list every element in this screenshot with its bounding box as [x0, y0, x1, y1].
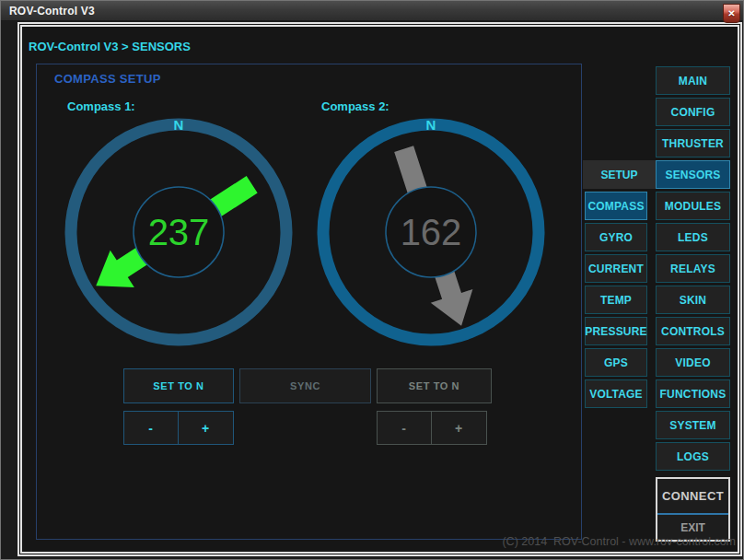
sidebar-item-config[interactable]: CONFIG	[656, 98, 730, 126]
sidebar-item-controls[interactable]: CONTROLS	[656, 317, 730, 345]
close-button[interactable]: ✕	[723, 4, 740, 23]
compass1-set-to-n-button[interactable]: SET TO N	[123, 368, 234, 403]
compass2-heading-value: 162	[401, 212, 462, 252]
compass2-north-marker: N	[426, 117, 436, 133]
sidebar-item-temp[interactable]: TEMP	[585, 286, 647, 314]
copyright-text: (C) 2014 ROV-Control - www.rov-control.c…	[502, 535, 736, 548]
compass1-plus-button[interactable]: +	[178, 411, 234, 445]
connection-box: CONNECT EXIT	[656, 477, 730, 542]
app-window: ROV-Control V3 ✕ ROV-Control V3 > SENSOR…	[0, 0, 744, 560]
connect-button[interactable]: CONNECT	[657, 479, 728, 513]
sync-button[interactable]: SYNC	[239, 368, 371, 403]
sidebar-item-compass[interactable]: COMPASS	[585, 192, 647, 220]
sidebar-item-leds[interactable]: LEDS	[656, 223, 730, 251]
window-title: ROV-Control V3	[9, 1, 95, 21]
sidebar-item-relays[interactable]: RELAYS	[656, 254, 730, 283]
sidebar-item-gyro[interactable]: GYRO	[585, 223, 647, 251]
panel-title: COMPASS SETUP	[54, 72, 161, 86]
compass2-dial: 162 N	[307, 108, 555, 356]
title-bar[interactable]: ROV-Control V3	[1, 1, 743, 21]
compass2-minus-button[interactable]: -	[377, 411, 432, 445]
compass2-set-to-n-button[interactable]: SET TO N	[377, 368, 492, 403]
client-area: ROV-Control V3 > SENSORS COMPASS SETUP C…	[17, 22, 742, 556]
compass2-plus-button[interactable]: +	[431, 411, 487, 445]
sidebar-item-skin[interactable]: SKIN	[656, 286, 730, 314]
sidebar-item-logs[interactable]: LOGS	[656, 442, 730, 471]
close-icon: ✕	[727, 8, 735, 18]
tab-setup[interactable]: SETUP	[583, 160, 656, 189]
compass1-dial: 237 N	[54, 108, 303, 356]
sidebar-item-voltage[interactable]: VOLTAGE	[585, 379, 647, 408]
compass1-north-marker: N	[174, 117, 184, 133]
sidebar-item-modules[interactable]: MODULES	[656, 192, 730, 220]
sidebar-item-functions[interactable]: FUNCTIONS	[656, 379, 730, 408]
sidebar-item-pressure[interactable]: PRESSURE	[585, 317, 647, 345]
compass1-minus-button[interactable]: -	[123, 411, 179, 445]
compass-setup-panel: COMPASS SETUP Compass 1: Compass 2: 237 …	[36, 64, 582, 540]
sidebar-item-gps[interactable]: GPS	[585, 348, 647, 377]
sidebar-item-video[interactable]: VIDEO	[656, 348, 730, 377]
compass1-heading-value: 237	[148, 212, 210, 252]
sidebar-item-current[interactable]: CURRENT	[585, 254, 647, 283]
sidebar-item-thruster[interactable]: THRUSTER	[656, 129, 730, 158]
breadcrumb: ROV-Control V3 > SENSORS	[29, 40, 191, 53]
sidebar-item-system[interactable]: SYSTEM	[656, 411, 730, 439]
sidebar-item-main[interactable]: MAIN	[656, 66, 730, 95]
sidebar-item-sensors[interactable]: SENSORS	[656, 160, 730, 189]
